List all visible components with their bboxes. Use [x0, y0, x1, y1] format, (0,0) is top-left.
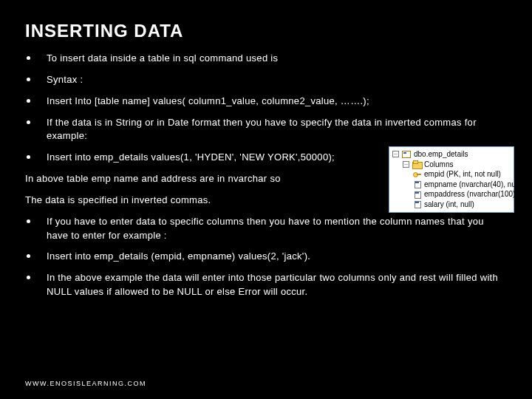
tree-node-columns-folder[interactable]: – Columns — [392, 160, 511, 170]
table-icon — [402, 151, 411, 158]
object-explorer-panel: – dbo.emp_details – Columns empid (PK, i… — [389, 146, 514, 213]
tree-label: empid (PK, int, not null) — [424, 169, 501, 180]
footer-url: WWW.ENOSISLEARNING.COM — [25, 380, 146, 387]
column-icon — [413, 200, 421, 208]
tree-node-column[interactable]: empname (nvarchar(40), null) — [392, 180, 511, 190]
key-icon — [413, 171, 421, 177]
tree-label: empname (nvarchar(40), null) — [424, 180, 522, 190]
tree-node-column[interactable]: salary (int, null) — [392, 200, 511, 210]
column-icon — [413, 180, 421, 188]
collapse-icon[interactable]: – — [392, 151, 399, 157]
tree-label: empaddress (nvarchar(100), not null) — [424, 189, 532, 200]
bullet-list-2: If you have to enter data to specific co… — [25, 215, 507, 299]
folder-icon — [412, 161, 421, 168]
tree-node-column[interactable]: empaddress (nvarchar(100), not null) — [392, 189, 511, 200]
column-icon — [413, 191, 421, 198]
bullet-item: Insert into emp_details (empid, empname)… — [47, 250, 507, 264]
tree-node-column[interactable]: empid (PK, int, not null) — [392, 169, 511, 180]
tree-label: Columns — [424, 160, 453, 170]
bullet-item: If you have to enter data to specific co… — [47, 215, 507, 243]
slide-title: INSERTING DATA — [25, 21, 507, 41]
bullet-item: If the data is in String or in Date form… — [47, 116, 507, 144]
tree-node-table[interactable]: – dbo.emp_details — [392, 149, 511, 160]
tree-label: dbo.emp_details — [414, 149, 468, 160]
bullet-item: In the above example the data will enter… — [47, 271, 507, 299]
bullet-item: Insert Into [table name] values( column1… — [47, 95, 507, 109]
tree-label: salary (int, null) — [424, 200, 474, 210]
collapse-icon[interactable]: – — [403, 161, 409, 168]
bullet-item: To insert data inside a table in sql com… — [47, 52, 507, 66]
bullet-item: Syntax : — [47, 73, 507, 87]
